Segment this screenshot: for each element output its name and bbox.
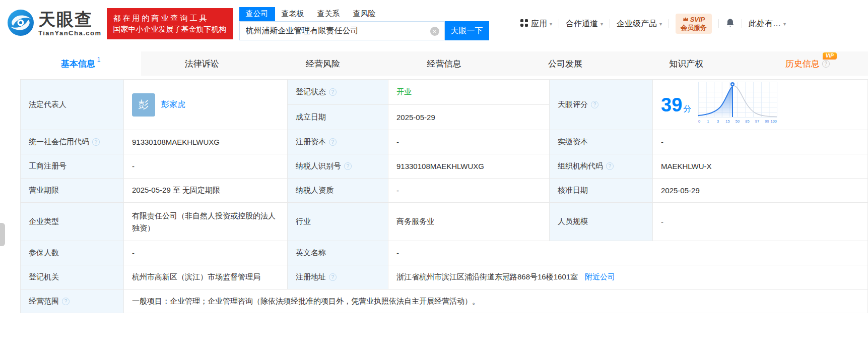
field-company-type-value: 有限责任公司（非自然人投资或控股的法人独资） [124,203,288,241]
help-icon[interactable]: ? [606,162,614,170]
svg-text:15: 15 [726,119,730,124]
field-org-code-value: MAEKHLWU-X [653,154,868,179]
field-paid-capital-label: 实缴资本 [550,130,653,154]
table-row: 工商注册号 - 纳税人识别号 ? 91330108MAEKHLWUXG 组织机构… [21,154,868,179]
field-staff-size-label: 人员规模 [550,203,653,241]
divider [718,19,719,28]
tab-count-badge: 1 [97,56,101,63]
field-reg-number-label: 工商注册号 [21,154,124,179]
search-area: 查公司 查老板 查关系 查风险 ✕ 天眼一下 [239,7,489,40]
search-input[interactable] [240,22,444,40]
help-icon[interactable]: ? [329,273,337,281]
tab-history-info[interactable]: VIP 历史信息 ? [747,51,868,76]
tab-business-risk[interactable]: 经营风险 [262,51,383,76]
search-box: ✕ [239,21,445,40]
field-reg-capital-value: - [388,130,550,154]
tianyancha-logo-icon [7,9,34,38]
svg-text:50: 50 [736,119,740,124]
nearby-companies-link[interactable]: 附近公司 [585,272,615,282]
field-reg-status-value: 开业 [388,80,550,105]
field-insured-count-value: - [124,241,288,265]
field-legal-rep-value: 彭 彭家虎 [124,80,288,130]
help-icon[interactable]: ? [92,138,100,146]
field-approval-date-label: 核准日期 [550,179,653,203]
chevron-down-icon: ▾ [600,21,603,27]
menu-more[interactable]: 此处有… ▾ [749,19,786,29]
brand-name: 天眼查 [38,11,102,28]
field-establish-date-label: 成立日期 [288,105,388,130]
svg-text:100: 100 [771,119,777,124]
slogan-banner: 都在用的商业查询工具 国家中小企业发展子基金旗下机构 [107,8,233,39]
legal-rep-avatar[interactable]: 彭 [132,93,155,117]
chevron-down-icon: ▾ [659,21,662,27]
table-row: 成立日期 2025-05-29 [288,105,550,130]
field-reg-authority-value: 杭州市高新区（滨江）市场监督管理局 [124,265,288,290]
field-industry-value: 商务服务业 [388,203,550,241]
legal-rep-link[interactable]: 彭家虎 [161,99,185,110]
help-icon[interactable]: ? [62,298,70,305]
svg-text:99: 99 [765,119,769,124]
field-reg-number-value: - [124,154,288,179]
left-scroll-handle[interactable] [0,223,5,246]
table-row: 营业期限 2025-05-29 至 无固定期限 纳税人资质 - 核准日期 202… [21,179,868,203]
divider [742,19,742,28]
svip-member-badge[interactable]: SVIP 会员服务 [676,14,712,34]
menu-apps[interactable]: 应用 ▾ [520,19,552,29]
table-row: 参保人数 - 英文名称 - [21,241,868,265]
score-number: 39 [661,94,682,116]
logo[interactable]: 天眼查 TianYanCha.com [7,9,102,38]
tab-business-info[interactable]: 经营信息 [383,51,504,76]
search-tab-boss[interactable]: 查老板 [275,7,311,21]
vip-badge: VIP [823,52,837,60]
field-taxpayer-quality-value: - [388,179,550,203]
score-distribution-chart: 0 1 3 15 50 85 97 99 100 [698,82,781,128]
table-row: 登记状态 ? 开业 [288,80,550,105]
field-business-scope-label: 经营范围 ? [21,290,124,313]
tab-company-development[interactable]: 公司发展 [505,51,626,76]
tab-legal-litigation[interactable]: 法律诉讼 [141,51,262,76]
field-business-term-value: 2025-05-29 至 无固定期限 [124,179,288,203]
table-row: 法定代表人 彭 彭家虎 登记状态 ? 开业 成立日期 [21,80,868,130]
field-credit-code-value: 91330108MAEKHLWUXG [124,130,288,154]
field-establish-date-value: 2025-05-29 [388,105,550,130]
field-credit-code-label: 统一社会信用代码 ? [21,130,124,154]
slogan-line2: 国家中小企业发展子基金旗下机构 [113,24,227,35]
svg-text:97: 97 [755,119,759,124]
help-icon[interactable]: ? [329,138,337,146]
help-icon[interactable]: ? [344,162,352,170]
help-icon[interactable]: ? [329,88,337,96]
search-tab-relation[interactable]: 查关系 [311,7,347,21]
field-legal-rep-label: 法定代表人 [21,80,124,130]
field-reg-address-label: 注册地址 ? [288,265,388,290]
basic-info-table: 法定代表人 彭 彭家虎 登记状态 ? 开业 成立日期 [20,79,868,313]
menu-enterprise-products[interactable]: 企业级产品 ▾ [617,19,662,29]
svg-text:1: 1 [707,119,709,124]
field-industry-label: 行业 [288,203,388,241]
apps-grid-icon [520,19,528,29]
field-english-name-value: - [388,241,868,265]
menu-cooperation[interactable]: 合作通道 ▾ [566,19,603,29]
table-row: 统一社会信用代码 ? 91330108MAEKHLWUXG 注册资本 ? - 实… [21,130,868,154]
help-icon[interactable]: ? [591,101,598,108]
field-reg-status-label: 登记状态 ? [288,80,388,105]
help-icon[interactable]: ? [822,60,830,68]
field-reg-address-value: 浙江省杭州市滨江区浦沿街道东冠路868号16楼1601室 附近公司 [388,265,868,290]
field-approval-date-value: 2025-05-29 [653,179,868,203]
field-score-value: 39分 [653,80,868,130]
field-taxpayer-id-value: 91330108MAEKHLWUXG [388,154,550,179]
clear-search-icon[interactable]: ✕ [430,27,439,36]
search-tabs: 查公司 查老板 查关系 查风险 [239,7,489,21]
search-button[interactable]: 天眼一下 [445,21,489,40]
notifications-bell[interactable] [725,18,735,30]
field-reg-authority-label: 登记机关 [21,265,124,290]
header: 天眼查 TianYanCha.com 都在用的商业查询工具 国家中小企业发展子基… [0,0,868,47]
search-tab-risk[interactable]: 查风险 [347,7,382,21]
chevron-down-icon: ▾ [550,21,552,27]
field-business-term-label: 营业期限 [21,179,124,203]
field-business-scope-value: 一般项目：企业管理；企业管理咨询（除依法须经批准的项目外，凭营业执照依法自主开展… [124,290,868,313]
search-tab-company[interactable]: 查公司 [239,7,275,21]
tab-basic-info[interactable]: 基本信息 1 [20,51,141,76]
field-org-code-label: 组织机构代码 ? [550,154,653,179]
slogan-line1: 都在用的商业查询工具 [113,13,227,24]
tab-intellectual-property[interactable]: 知识产权 [626,51,747,76]
